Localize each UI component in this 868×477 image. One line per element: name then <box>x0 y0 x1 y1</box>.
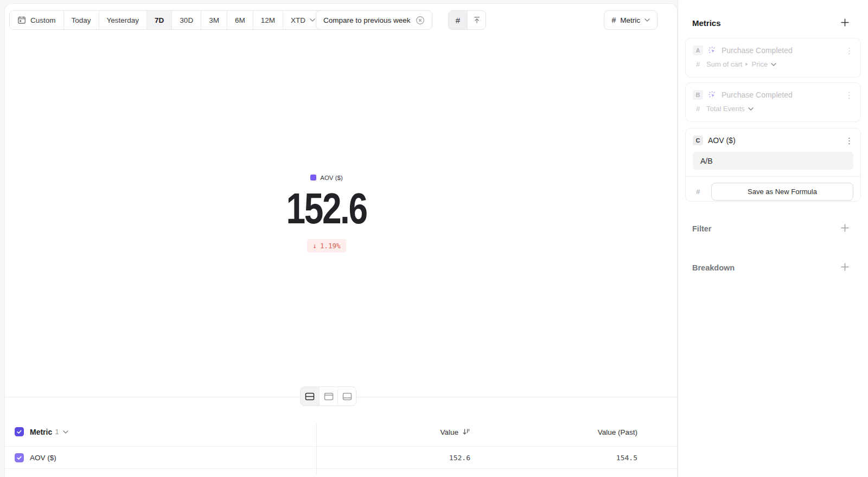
date-range-group: Custom Today Yesterday 7D 30D 3M 6M 12M … <box>9 10 323 30</box>
legend-item-aov[interactable]: AOV ($) <box>310 175 343 181</box>
dismiss-circle-icon[interactable] <box>416 16 425 25</box>
value-column-header[interactable]: Value <box>440 428 470 436</box>
layout-chart-button[interactable] <box>319 387 337 405</box>
metric-type-dropdown[interactable]: # Metric <box>604 10 658 30</box>
add-breakdown-button[interactable] <box>840 262 850 272</box>
sort-descending-icon[interactable] <box>462 428 470 436</box>
metric-card-a[interactable]: A Purchase Completed ⋮ # Sum of cart Pri… <box>685 38 861 78</box>
plus-icon <box>840 18 850 27</box>
layout-split-icon <box>305 392 315 401</box>
metric-badge: C <box>693 136 703 145</box>
table-row: AOV ($) 152.6 154.5 <box>5 447 677 469</box>
plus-icon <box>840 262 850 272</box>
metric-badge: B <box>693 90 703 100</box>
card-divider <box>686 176 860 177</box>
aggregation-dropdown[interactable]: Sum of cart Price <box>706 60 776 68</box>
metric-event-name: Purchase Completed <box>722 46 840 55</box>
table-header-row: Metric 1 Value Value (Past) <box>5 417 677 447</box>
date-range-7d[interactable]: 7D <box>147 11 172 29</box>
numeric-type-icon: # <box>693 105 703 113</box>
kpi-value: 152.6 <box>5 187 648 230</box>
check-icon <box>16 455 22 461</box>
row-value-past: 154.5 <box>616 454 637 462</box>
date-range-yesterday[interactable]: Yesterday <box>99 11 148 29</box>
row-metric-name: AOV ($) <box>30 454 56 462</box>
compare-chip-label: Compare to previous week <box>323 16 411 24</box>
row-value: 152.6 <box>449 454 470 462</box>
row-checkbox[interactable] <box>15 453 24 462</box>
metric-badge: A <box>693 46 703 55</box>
chevron-down-icon <box>310 18 315 22</box>
caret-right-icon <box>745 62 748 66</box>
compare-chip[interactable]: Compare to previous week <box>316 10 432 30</box>
event-sparkle-cursor-icon <box>708 91 717 99</box>
date-range-12m[interactable]: 12M <box>253 11 283 29</box>
formula-metric-name: AOV ($) <box>708 136 840 145</box>
metric-card-b[interactable]: B Purchase Completed ⋮ # Total Events <box>685 82 861 122</box>
save-as-new-formula-button[interactable]: Save as New Formula <box>711 183 853 201</box>
value-format-toggle: # <box>448 10 486 30</box>
legend-swatch <box>310 175 316 181</box>
arrow-to-top-icon <box>473 16 481 24</box>
metric-event-name: Purchase Completed <box>722 91 840 99</box>
calendar-icon <box>17 16 26 24</box>
plus-icon <box>840 223 850 233</box>
table-column-divider <box>316 424 317 474</box>
number-format-button[interactable]: # <box>449 11 467 29</box>
kebab-menu-icon[interactable]: ⋮ <box>845 47 853 55</box>
date-range-30d[interactable]: 30D <box>172 11 201 29</box>
date-range-3m[interactable]: 3M <box>201 11 227 29</box>
layout-table-button[interactable] <box>337 387 356 405</box>
filter-section-title: Filter <box>692 224 711 233</box>
numeric-type-icon: # <box>693 60 703 68</box>
numeric-type-icon: # <box>693 188 703 196</box>
layout-top-icon <box>324 392 334 401</box>
metric-card-c-formula[interactable]: C AOV ($) ⋮ A/B # Save as New Formula <box>685 128 861 202</box>
layout-bottom-icon <box>342 392 352 401</box>
aggregation-dropdown[interactable]: Total Events <box>706 105 754 113</box>
formula-input[interactable]: A/B <box>693 152 853 170</box>
cumulative-format-button[interactable] <box>467 11 486 29</box>
date-range-today[interactable]: Today <box>64 11 99 29</box>
hash-icon: # <box>456 16 460 25</box>
chevron-down-icon[interactable] <box>63 430 68 434</box>
metric-column-header[interactable]: Metric <box>30 428 52 436</box>
add-metric-button[interactable] <box>840 18 850 27</box>
hash-icon: # <box>611 16 616 24</box>
date-range-custom[interactable]: Custom <box>10 11 64 29</box>
kpi-change-badge: ↓ 1.19% <box>307 239 346 253</box>
date-range-6m[interactable]: 6M <box>227 11 253 29</box>
chevron-down-icon <box>644 18 650 22</box>
check-icon <box>16 429 22 435</box>
chevron-down-icon <box>771 63 776 66</box>
layout-toggle-group <box>300 386 356 406</box>
value-past-column-header[interactable]: Value (Past) <box>598 428 637 436</box>
report-canvas: Custom Today Yesterday 7D 30D 3M 6M 12M … <box>4 3 678 477</box>
arrow-down-icon: ↓ <box>312 242 317 250</box>
metric-dropdown-label: Metric <box>620 16 640 24</box>
legend-label: AOV ($) <box>320 175 343 181</box>
kpi-block: AOV ($) 152.6 ↓ 1.19% <box>5 173 648 253</box>
event-sparkle-cursor-icon <box>708 46 717 55</box>
breakdown-section-title: Breakdown <box>692 263 735 272</box>
metrics-section-title: Metrics <box>692 18 721 28</box>
date-range-label: Custom <box>30 16 56 24</box>
chevron-down-icon <box>748 107 754 111</box>
kpi-change-value: 1.19% <box>320 242 341 250</box>
kebab-menu-icon[interactable]: ⋮ <box>845 137 853 145</box>
layout-split-button[interactable] <box>301 387 319 405</box>
kebab-menu-icon[interactable]: ⋮ <box>845 91 853 99</box>
select-all-checkbox[interactable] <box>15 427 24 436</box>
metric-count: 1 <box>55 428 59 436</box>
add-filter-button[interactable] <box>840 223 850 233</box>
query-builder-sidebar: Metrics A Purchase Completed ⋮ # Sum of … <box>678 0 868 477</box>
